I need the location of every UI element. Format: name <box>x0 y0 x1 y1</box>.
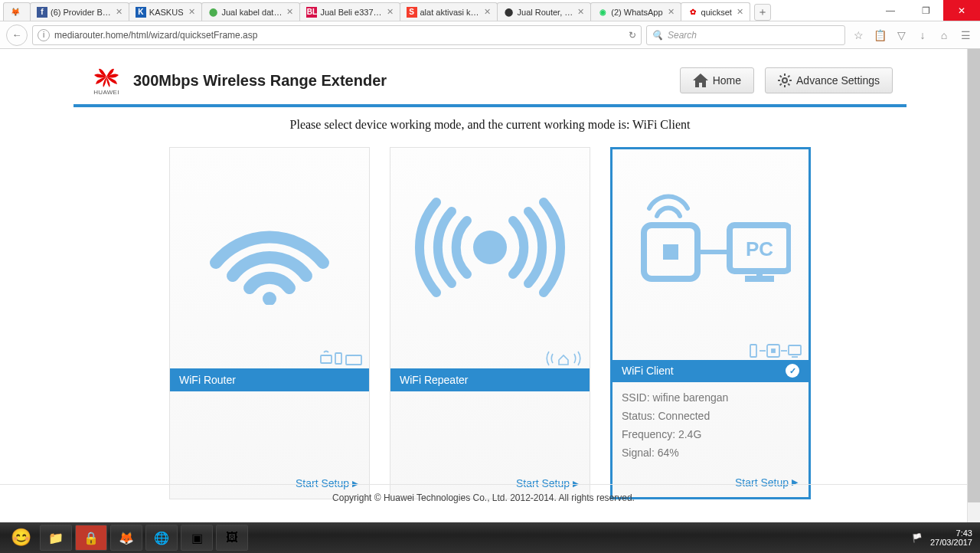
card-label-text: WiFi Router <box>179 374 236 386</box>
tab-label: (6) Provider B… <box>51 8 111 17</box>
browser-tab[interactable]: ✿quickset✕ <box>681 2 750 21</box>
product-title: 300Mbps Wireless Range Extender <box>133 72 387 90</box>
search-placeholder: Search <box>668 30 697 41</box>
mode-card-repeater[interactable]: WiFi Repeater Start Setup▶ <box>390 147 590 499</box>
browser-tab[interactable]: BLJual Beli e337…✕ <box>299 2 400 21</box>
taskbar-chrome-icon[interactable]: 🌐 <box>145 525 178 551</box>
browser-tab[interactable]: ⬤Jual kabel dat…✕ <box>201 2 301 21</box>
card-label-bar: WiFi Router <box>170 368 369 391</box>
minimize-button[interactable]: — <box>873 0 908 21</box>
repeater-mini-icons <box>390 347 590 368</box>
mode-card-client[interactable]: PC WiFi Client ✓ SSID: wifine barengan S… <box>610 147 811 499</box>
svg-point-0 <box>782 78 787 83</box>
close-icon[interactable]: ✕ <box>286 7 293 17</box>
tab-label: Jual Router, … <box>518 8 573 17</box>
taskbar-explorer-icon[interactable]: 📁 <box>40 525 72 551</box>
svg-rect-15 <box>663 244 678 260</box>
wifi-router-icon <box>201 190 338 305</box>
menu-icon[interactable]: ☰ <box>957 27 974 44</box>
close-button[interactable]: ✕ <box>943 0 980 21</box>
gear-icon <box>778 74 792 87</box>
close-icon[interactable]: ✕ <box>577 7 584 17</box>
taskbar-firefox-icon[interactable]: 🦊 <box>110 525 142 551</box>
advanced-settings-label: Advance Settings <box>796 74 880 87</box>
close-icon[interactable]: ✕ <box>668 7 675 17</box>
taskbar-photos-icon[interactable]: 🖼 <box>216 525 248 551</box>
browser-tab[interactable]: ⬤Jual Router, …✕ <box>497 2 592 21</box>
router-illustration <box>170 148 369 347</box>
card-info: SSID: wifine barengan Status: Connected … <box>612 382 808 468</box>
huawei-logo-icon <box>93 66 120 87</box>
instruction-text: Please select device working mode, and t… <box>74 107 906 147</box>
tab-label: (2) WhatsApp <box>611 8 662 17</box>
card-label-text: WiFi Repeater <box>400 374 468 386</box>
huawei-logo: HUAWEI <box>87 61 126 100</box>
maximize-button[interactable]: ❐ <box>908 0 943 21</box>
taskbar-security-icon[interactable]: 🔒 <box>75 525 107 551</box>
url-text: mediarouter.home/html/wizard/quicksetFra… <box>54 30 624 41</box>
svg-line-6 <box>788 83 789 85</box>
system-tray[interactable]: 🏳️ 7:43 27/03/2017 <box>912 528 975 547</box>
back-button[interactable]: ← <box>6 25 28 46</box>
browser-tab[interactable]: f(6) Provider B…✕ <box>30 2 129 21</box>
site-info-icon[interactable]: i <box>38 29 50 41</box>
card-info <box>170 391 369 468</box>
tray-time: 7:43 <box>930 528 972 538</box>
client-status: Status: Connected <box>622 407 799 425</box>
svg-rect-24 <box>772 349 775 352</box>
close-icon[interactable]: ✕ <box>484 7 491 17</box>
svg-rect-26 <box>789 345 801 355</box>
mode-cards: WiFi Router Start Setup▶ <box>74 147 906 499</box>
signal-home-icon <box>544 349 583 366</box>
bukalapak-icon: BL <box>306 7 317 18</box>
browser-tab[interactable]: 🦊 <box>3 2 31 21</box>
close-icon[interactable]: ✕ <box>387 7 394 17</box>
shopee-icon: S <box>407 7 417 18</box>
svg-point-9 <box>263 292 276 305</box>
browser-tab[interactable]: KKASKUS✕ <box>129 2 202 21</box>
downloads-icon[interactable]: ↓ <box>914 27 931 44</box>
advanced-settings-button[interactable]: Advance Settings <box>765 67 893 93</box>
svg-line-8 <box>788 76 789 77</box>
svg-rect-21 <box>750 345 756 357</box>
repeater-illustration <box>390 148 590 347</box>
close-icon[interactable]: ✕ <box>737 7 743 17</box>
tray-flag-icon[interactable]: 🏳️ <box>912 533 923 543</box>
vertical-scrollbar[interactable] <box>967 49 980 553</box>
browser-tab[interactable]: Salat aktivasi k…✕ <box>400 2 498 21</box>
olx-icon: ⬤ <box>504 7 514 18</box>
reload-icon[interactable]: ↻ <box>629 30 636 41</box>
card-label-bar: WiFi Repeater <box>390 368 590 391</box>
tab-label: quickset <box>701 8 732 17</box>
phone-router-pc-icon <box>749 342 802 358</box>
taskbar-app-icon[interactable]: ▣ <box>181 525 213 551</box>
pocket-icon[interactable]: ▽ <box>893 27 910 44</box>
home-button[interactable]: Home <box>680 67 754 93</box>
card-label-text: WiFi Client <box>622 365 674 377</box>
close-icon[interactable]: ✕ <box>188 7 195 17</box>
start-button[interactable]: 😊 <box>5 525 37 551</box>
url-bar[interactable]: i mediarouter.home/html/wizard/quicksetF… <box>32 25 642 45</box>
svg-rect-11 <box>335 353 341 364</box>
logo-subtext: HUAWEI <box>93 89 119 96</box>
new-tab-button[interactable]: ＋ <box>754 4 771 21</box>
tray-clock[interactable]: 7:43 27/03/2017 <box>930 528 972 547</box>
tab-label: Jual kabel dat… <box>222 8 283 17</box>
close-icon[interactable]: ✕ <box>116 7 122 17</box>
wifi-repeater-icon <box>413 198 567 297</box>
clipboard-icon[interactable]: 📋 <box>871 27 888 44</box>
window-controls: — ❐ ✕ <box>873 0 980 21</box>
tab-label: alat aktivasi k… <box>420 8 479 17</box>
mode-card-router[interactable]: WiFi Router Start Setup▶ <box>169 147 370 499</box>
home-icon[interactable]: ⌂ <box>936 27 952 44</box>
nav-toolbar: ← i mediarouter.home/html/wizard/quickse… <box>0 21 980 49</box>
tray-date: 27/03/2017 <box>930 538 972 547</box>
svg-rect-12 <box>346 355 361 365</box>
bookmark-star-icon[interactable]: ☆ <box>850 27 867 44</box>
window-titlebar: 🦊 f(6) Provider B…✕ KKASKUS✕ ⬤Jual kabel… <box>0 0 980 21</box>
page-footer: Copyright © Huawei Technologies Co., Ltd… <box>0 484 967 511</box>
search-box[interactable]: 🔍 Search <box>646 25 845 45</box>
svg-rect-10 <box>321 355 332 363</box>
browser-tab[interactable]: ◉(2) WhatsApp✕ <box>590 2 681 21</box>
svg-line-7 <box>780 83 782 85</box>
